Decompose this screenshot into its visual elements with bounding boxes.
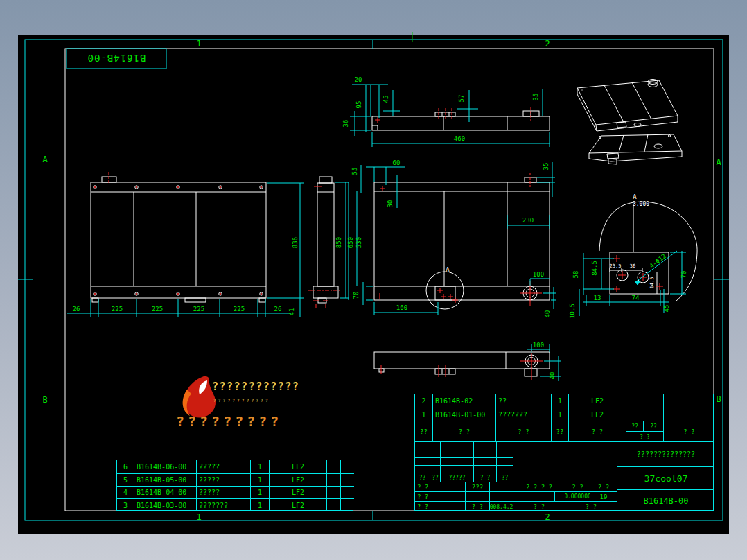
cell-qty: 1 <box>251 486 270 498</box>
tb-date: 2008.4.21 <box>490 501 513 511</box>
dim-label: 14.5 <box>649 277 655 289</box>
dim-label: 23.5 <box>610 263 622 269</box>
cell-qty: 1 <box>251 498 270 511</box>
dim-label: 40 <box>549 372 556 380</box>
cell-extra <box>327 498 341 511</box>
cell-code: B1614B-04-00 <box>134 486 197 498</box>
dim-label: 100 <box>533 271 544 278</box>
zone-1-bottom: 1 <box>196 512 201 522</box>
cell-name: ????? <box>197 460 251 473</box>
dim-label: 230 <box>522 217 534 224</box>
dim-label: 10.5 <box>569 304 576 319</box>
zone-a-left: A <box>42 155 48 164</box>
cell-material: LF2 <box>270 486 327 498</box>
tb-cell: ? ? <box>415 482 466 491</box>
cell-qty: 1 <box>251 460 270 473</box>
rev-cell <box>430 442 441 450</box>
dim-label: 836 <box>292 237 299 248</box>
dim-label: 60 <box>393 159 401 166</box>
rev-cell <box>441 450 474 457</box>
dim-label: 55 <box>351 168 358 175</box>
dim-label: 84.5 <box>591 261 598 276</box>
dim-label: 70 <box>680 271 687 279</box>
cell-name: ??????? <box>197 498 251 511</box>
rev-cell <box>497 457 513 465</box>
cell-code: B1614B-03-00 <box>134 498 197 511</box>
tb-cell: ? ? <box>466 501 490 511</box>
cell-extra <box>341 486 354 498</box>
dim-label: 225 <box>234 306 245 313</box>
company-logo-icon <box>179 374 216 419</box>
zone-2-bottom: 2 <box>545 512 550 522</box>
cell-remark <box>664 408 714 421</box>
dim-label: 36 <box>342 120 349 128</box>
cell-extra <box>341 498 354 511</box>
tb-project: 37cool07 <box>617 466 714 489</box>
zone-1-top: 1 <box>196 39 201 49</box>
tb-company: ?????????????? <box>617 442 714 466</box>
cell-material: LF2 <box>270 460 327 473</box>
header-qty: ?? <box>552 421 569 442</box>
dim-label: 225 <box>112 306 123 313</box>
cell-extra <box>327 473 341 486</box>
parts-table-right: 2 B1614B-02 ?? 1 LF2 1 B1614B-01-00 ????… <box>414 394 714 441</box>
cell-no: 1 <box>415 408 433 421</box>
detail-callout-label: A <box>446 266 450 273</box>
dim-label: 530 <box>355 237 362 248</box>
rev-cell <box>474 465 497 473</box>
dim-label: 160 <box>396 304 407 311</box>
rev-cell <box>415 442 430 450</box>
dim-label: 20 <box>355 76 362 83</box>
tb-cell: ??? <box>466 482 490 491</box>
cell-name: ????? <box>197 486 251 498</box>
dim-label: 35 <box>543 163 550 170</box>
rev-cell <box>474 457 497 465</box>
dim-label: 225 <box>193 306 204 313</box>
cell-extra <box>327 486 341 498</box>
zone-a-right: A <box>716 157 721 167</box>
rev-cell <box>474 450 497 457</box>
zone-2-top: 2 <box>545 39 550 49</box>
cell-extra <box>341 460 354 473</box>
header-code: ? ? <box>433 421 496 442</box>
cell-no: 5 <box>117 473 134 486</box>
dim-label: 58 <box>572 271 579 279</box>
cell-no: 3 <box>117 498 134 511</box>
tb-drawing-number: B1614B-00 <box>617 489 714 511</box>
rev-cell <box>430 465 441 473</box>
cell-material: LF2 <box>270 498 327 511</box>
tb-cell: ? ? <box>415 491 466 501</box>
dim-label: 41 <box>288 308 295 316</box>
cell-name: ????? <box>197 473 251 486</box>
cell-name: ??????? <box>496 408 552 421</box>
cell-no: 6 <box>117 460 134 473</box>
sig-label: ? ? <box>474 473 497 482</box>
cell-material: LF2 <box>569 394 626 408</box>
cell-material: LF2 <box>569 408 626 421</box>
tb-mid <box>541 491 555 501</box>
dim-label: 36 <box>630 263 635 269</box>
dim-label: 95 <box>355 101 362 109</box>
dim-label: 70 <box>353 292 360 299</box>
rev-cell <box>497 465 513 473</box>
tb-cell <box>490 482 513 491</box>
rev-cell <box>497 450 513 457</box>
header-material: ? ? <box>569 421 626 442</box>
header-remark: ? ? <box>664 421 714 442</box>
rev-cell <box>430 457 441 465</box>
tb-cell: ? ? <box>415 501 466 511</box>
cell-code: B1614B-01-00 <box>433 408 496 421</box>
corner-code-text: B1614B-00 <box>87 53 146 64</box>
tb-mid: ? ? <box>565 482 590 491</box>
cell-extra <box>327 460 341 473</box>
dim-label: 100 <box>533 342 544 349</box>
cell-material: LF2 <box>270 473 327 486</box>
cell-code: B1614B-06-00 <box>134 460 197 473</box>
cell-no: 2 <box>415 394 433 408</box>
sig-label: ?? <box>430 473 441 482</box>
tb-mid <box>527 491 541 501</box>
dim-label: 460 <box>454 135 465 142</box>
cell-name: ?? <box>496 394 552 408</box>
tb-weight-value: 0.000000 <box>565 491 590 501</box>
dim-label: 45 <box>663 305 670 313</box>
